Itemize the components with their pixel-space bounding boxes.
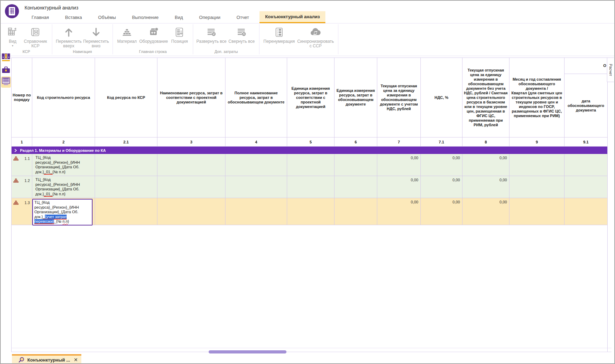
tab-glavnaya[interactable]: Главная	[26, 11, 54, 23]
ribbon-button-expand-all[interactable]: Развернуть все	[196, 24, 227, 44]
ribbon-button-spravochnik-ksr[interactable]: Справочник КСР	[22, 24, 49, 48]
chevron-expand-icon[interactable]	[14, 149, 17, 152]
value-cell-col-7[interactable]: 0,00	[377, 154, 421, 176]
horizontal-scrollbar-thumb[interactable]	[209, 350, 286, 353]
tab-vstavka[interactable]: Вставка	[59, 11, 87, 23]
empty-cell-col-9.1[interactable]	[565, 198, 607, 225]
column-header-4[interactable]: Полное наименование ресурса, затрат в об…	[225, 58, 287, 137]
value-cell-col-8[interactable]: 0,00	[462, 198, 509, 225]
column-number-2[interactable]: 2	[32, 137, 95, 147]
sidebar-item-binders[interactable]	[1, 53, 11, 64]
ribbon-button-material[interactable]: Материал	[116, 24, 138, 44]
column-number-5[interactable]: 5	[287, 137, 334, 147]
empty-cell-col-9[interactable]	[509, 176, 565, 198]
value-cell-col-7[interactable]: 0,00	[377, 176, 421, 198]
empty-cell-col-4[interactable]	[225, 198, 287, 225]
column-header-7.1[interactable]: НДС, %	[421, 58, 462, 137]
column-header-2.1[interactable]: Код ресурса по КСР	[95, 58, 157, 137]
column-number-4[interactable]: 4	[225, 137, 287, 147]
resource-code-cell[interactable]: ТЦ_{Код ресурса}_{Регион}_{ИНН Организац…	[32, 154, 95, 176]
empty-cell-col-5[interactable]	[287, 154, 334, 176]
resource-row-1.2[interactable]: 1.2ТЦ_{Код ресурса}_{Регион}_{ИНН Органи…	[12, 176, 607, 198]
resource-code-edit-field[interactable]: ТЦ_{Код ресурса}_{Регион}_{ИНН Организац…	[32, 199, 93, 225]
empty-cell-col-4[interactable]	[225, 154, 287, 176]
tab-vid[interactable]: Вид	[169, 11, 189, 23]
empty-cell-col-2.1[interactable]	[95, 198, 157, 225]
column-number-7[interactable]: 7	[377, 137, 421, 147]
resource-row-1.3[interactable]: 1.3ТЦ_{Код ресурса}_{Регион}_{ИНН Органи…	[12, 198, 607, 225]
ribbon-button-move-up[interactable]: Переместить вверх	[55, 24, 82, 48]
ribbon-button-sync-ssr[interactable]: Синхронизировать с ССР	[296, 24, 335, 48]
empty-cell-col-6[interactable]	[334, 154, 377, 176]
ribbon-button-oborudovanie[interactable]: Оборудование	[138, 24, 169, 44]
section-row[interactable]: Раздел 1. Материалы и Оборудование по КА	[12, 147, 607, 154]
resource-code-cell[interactable]: ТЦ_{Код ресурса}_{Регион}_{ИНН Организац…	[32, 198, 95, 225]
row-number-cell[interactable]: 1.2	[12, 176, 32, 198]
document-tab[interactable]: Конъюнктурный ... ✕	[12, 354, 81, 364]
calc-panel-tab[interactable]: Расчет	[607, 58, 614, 82]
value-cell-col-8[interactable]: 0,00	[462, 176, 509, 198]
horizontal-scrollbar-track[interactable]	[11, 352, 611, 352]
empty-cell-col-5[interactable]	[287, 198, 334, 225]
ribbon-button-renumber[interactable]: 123 Перенумерация	[262, 24, 296, 44]
row-number-cell[interactable]: 1.1	[12, 154, 32, 176]
table-body: 1.1ТЦ_{Код ресурса}_{Регион}_{ИНН Органи…	[12, 154, 607, 225]
empty-cell-col-6[interactable]	[334, 198, 377, 225]
ribbon-group-ksr: Вид ▼ Справочник КСР КСР	[1, 24, 52, 54]
value-cell-col-7[interactable]: 0,00	[377, 198, 421, 225]
column-header-3[interactable]: Наименование ресурса, затрат в соответст…	[157, 58, 225, 137]
tab-operacii[interactable]: Операции	[194, 11, 226, 23]
column-number-8[interactable]: 8	[462, 137, 509, 147]
value-cell-col-7.1[interactable]: 0,00	[421, 154, 462, 176]
tab-obyomy[interactable]: Объёмы	[93, 11, 122, 23]
column-number-7.1[interactable]: 7.1	[421, 137, 462, 147]
empty-cell-col-9.1[interactable]	[565, 154, 607, 176]
ribbon-button-vid[interactable]: Вид ▼	[4, 24, 22, 47]
empty-cell-col-2.1[interactable]	[95, 176, 157, 198]
column-header-1[interactable]: Номер по порядку	[12, 58, 32, 137]
empty-cell-col-3[interactable]	[157, 198, 225, 225]
value-cell-col-7.1[interactable]: 0,00	[421, 176, 462, 198]
ribbon-button-label: Перенумерация	[263, 39, 295, 44]
value-cell-col-7.1[interactable]: 0,00	[421, 198, 462, 225]
tab-otchet[interactable]: Отчет	[231, 11, 255, 23]
column-number-9.1[interactable]: 9.1	[565, 137, 607, 147]
ribbon-button-move-down[interactable]: Переместить вниз	[82, 24, 110, 48]
column-header-9[interactable]: Месяц и год составления обосновывающего …	[509, 58, 565, 137]
empty-cell-col-9[interactable]	[509, 198, 565, 225]
column-header-7[interactable]: Текущая отпускная цена за единицу измере…	[377, 58, 421, 137]
column-number-6[interactable]: 6	[334, 137, 377, 147]
column-header-9.1[interactable]: Одата обосновывающего документа	[565, 58, 607, 137]
ribbon-button-label: Материал	[117, 39, 137, 44]
column-number-2.1[interactable]: 2.1	[95, 137, 157, 147]
tab-vypolnenie[interactable]: Выполнение	[127, 11, 164, 23]
ksr-book-icon	[30, 26, 41, 38]
column-number-9[interactable]: 9	[509, 137, 565, 147]
empty-cell-col-3[interactable]	[157, 154, 225, 176]
column-number-3[interactable]: 3	[157, 137, 225, 147]
table-right-border	[607, 58, 608, 352]
ribbon-button-pozicia[interactable]: Позиция	[169, 24, 190, 44]
tab-konyunkturnyj-analiz[interactable]: Конъюнктурный анализ	[259, 11, 325, 23]
ribbon-button-collapse-all[interactable]: Свернуть все	[227, 24, 256, 44]
empty-cell-col-2.1[interactable]	[95, 154, 157, 176]
empty-cell-col-6[interactable]	[334, 176, 377, 198]
sidebar-item-table-view[interactable]	[1, 76, 11, 88]
empty-cell-col-5[interactable]	[287, 176, 334, 198]
row-number-cell[interactable]: 1.3	[12, 198, 32, 225]
ribbon-button-label: Вид	[9, 39, 16, 44]
sidebar-item-briefcase[interactable]	[1, 65, 11, 76]
column-header-5[interactable]: Единица измерения ресурса, затрат в соот…	[287, 58, 334, 137]
empty-cell-col-3[interactable]	[157, 176, 225, 198]
empty-cell-col-9[interactable]	[509, 154, 565, 176]
close-icon[interactable]: ✕	[74, 357, 78, 363]
column-number-1[interactable]: 1	[12, 137, 32, 147]
empty-cell-col-9.1[interactable]	[565, 176, 607, 198]
resource-code-cell[interactable]: ТЦ_{Код ресурса}_{Регион}_{ИНН Организац…	[32, 176, 95, 198]
resource-row-1.1[interactable]: 1.1ТЦ_{Код ресурса}_{Регион}_{ИНН Органи…	[12, 154, 607, 176]
value-cell-col-8[interactable]: 0,00	[462, 154, 509, 176]
empty-cell-col-4[interactable]	[225, 176, 287, 198]
column-header-2[interactable]: Код строительного ресурса	[32, 58, 95, 137]
column-header-6[interactable]: Единица измерения ресурса, затрат в обос…	[334, 58, 377, 137]
column-header-8[interactable]: Текущая отпускная цена за единицу измере…	[462, 58, 509, 137]
